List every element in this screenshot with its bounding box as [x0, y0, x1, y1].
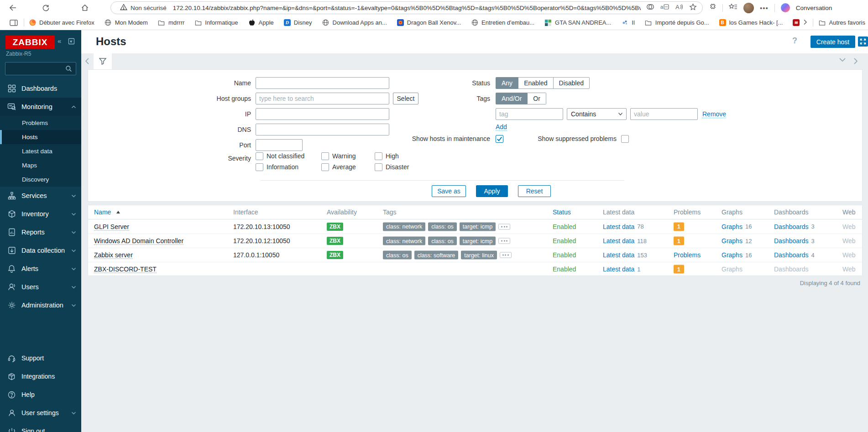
bookmark-item[interactable]: ≋ Les Echos	[793, 19, 803, 26]
graphs-link[interactable]: Graphs	[722, 251, 743, 259]
tag-condition-select[interactable]: Contains	[567, 108, 627, 120]
remove-tag-link[interactable]: Remove	[702, 110, 726, 118]
latest-data-link[interactable]: Latest data	[603, 265, 634, 273]
column-header-name[interactable]: Name	[94, 208, 120, 216]
latest-data-link[interactable]: Latest data	[603, 251, 634, 259]
bookmarks-overflow-chevron[interactable]	[803, 19, 807, 27]
sidebar-item-support[interactable]: Support	[0, 349, 81, 367]
severity-high-checkbox[interactable]	[375, 152, 382, 160]
add-tag-link[interactable]: Add	[496, 123, 507, 131]
show-hosts-in-maintenance-checkbox[interactable]	[496, 135, 503, 143]
bookmark-item[interactable]: Apple	[248, 19, 274, 26]
status-enabled-link[interactable]: Enabled	[553, 237, 576, 245]
severity-information-checkbox[interactable]	[256, 163, 263, 171]
url-text[interactable]: 172.20.10.14/zabbix/zabbix.php?name=&ip=…	[173, 5, 641, 11]
security-label[interactable]: Non sécurisé	[131, 5, 167, 11]
problems-count-badge[interactable]: 1	[674, 222, 684, 231]
sidebar-item-alerts[interactable]: Alerts	[0, 260, 81, 278]
bookmark-item[interactable]: Il	[621, 19, 635, 26]
sidebar-search-input[interactable]	[5, 65, 65, 72]
dashboards-link[interactable]: Dashboards	[774, 223, 809, 230]
name-filter-input[interactable]	[256, 77, 389, 89]
sidebar-subitem-latest-data[interactable]: Latest data	[0, 144, 81, 158]
sidebar-item-integrations[interactable]: Integrations	[0, 367, 81, 385]
sidebar-item-reports[interactable]: Reports	[0, 223, 81, 241]
chevron-left-icon[interactable]	[85, 57, 89, 65]
select-button[interactable]: Select	[393, 93, 418, 104]
host-name-link[interactable]: Windows AD Domain Controller	[94, 237, 183, 245]
create-host-button[interactable]: Create host	[810, 36, 855, 48]
sidebar-item-monitoring[interactable]: Monitoring	[0, 98, 81, 116]
sidebar-item-sign-out[interactable]: Sign out	[0, 422, 81, 432]
severity-average-checkbox[interactable]	[321, 163, 329, 171]
graphs-link[interactable]: Graphs	[722, 223, 743, 230]
column-header-status[interactable]: Status	[553, 208, 571, 216]
problems-count-badge[interactable]: 1	[674, 237, 684, 245]
copilot-label[interactable]: Conversation	[796, 5, 832, 11]
bookmark-item[interactable]: D Disney	[284, 19, 312, 26]
split-screen-icon[interactable]	[646, 3, 654, 13]
translate-icon[interactable]: a	[660, 3, 669, 12]
sidebar-item-services[interactable]: Services	[0, 187, 81, 205]
sidebar-subitem-problems[interactable]: Problems	[0, 116, 81, 130]
sidebar-item-help[interactable]: Help	[0, 385, 81, 404]
status-enabled-button[interactable]: Enabled	[518, 77, 553, 89]
status-enabled-link[interactable]: Enabled	[553, 223, 576, 230]
dns-filter-input[interactable]	[256, 124, 389, 135]
severity-not-classified-checkbox[interactable]	[256, 152, 263, 160]
sidebar-subitem-hosts[interactable]: Hosts	[0, 130, 81, 144]
apply-button[interactable]: Apply	[476, 185, 508, 197]
bookmark-item[interactable]: Importé depuis Go...	[645, 19, 709, 26]
sidebar-item-users[interactable]: Users	[0, 278, 81, 296]
address-bar[interactable]: Non sécurisé 172.20.10.14/zabbix/zabbix.…	[110, 1, 703, 14]
tag-name-input[interactable]	[496, 108, 563, 120]
tags-andor-button[interactable]: And/Or	[496, 93, 528, 104]
save-as-button[interactable]: Save as	[432, 185, 466, 197]
graphs-link[interactable]: Graphs	[722, 237, 743, 245]
status-enabled-link[interactable]: Enabled	[553, 265, 576, 273]
status-enabled-link[interactable]: Enabled	[553, 251, 576, 259]
show-suppressed-problems-checkbox[interactable]	[621, 135, 629, 143]
sidebar-panel-icon[interactable]	[8, 17, 19, 28]
kiosk-mode-icon[interactable]	[858, 36, 868, 47]
sidebar-search[interactable]	[5, 62, 76, 75]
sidebar-expand-icon[interactable]	[68, 38, 75, 47]
tags-or-button[interactable]: Or	[528, 93, 546, 104]
favorites-bar-icon[interactable]	[729, 3, 737, 13]
help-icon[interactable]: ?	[792, 36, 797, 46]
bookmark-item[interactable]: B los Games Hack- [...	[719, 19, 783, 26]
read-aloud-icon[interactable]: A	[675, 3, 683, 12]
sidebar-subitem-maps[interactable]: Maps	[0, 158, 81, 172]
tag-value-input[interactable]	[630, 108, 698, 120]
bookmark-item[interactable]: mdrrrr	[158, 19, 184, 26]
bookmark-item[interactable]: Informatique	[194, 19, 238, 26]
host-name-link[interactable]: GLPI Server	[94, 223, 129, 230]
refresh-icon[interactable]	[40, 2, 51, 13]
sidebar-item-user-settings[interactable]: User settings	[0, 404, 81, 422]
port-filter-input[interactable]	[256, 139, 303, 151]
more-tags-button[interactable]	[500, 252, 512, 258]
bookmark-item[interactable]: Dragon Ball Xenov...	[397, 19, 461, 26]
bookmark-item[interactable]: Entretien d'embau...	[471, 19, 534, 26]
chevron-right-icon[interactable]	[853, 57, 858, 65]
reset-button[interactable]: Reset	[518, 185, 551, 197]
dashboards-link[interactable]: Dashboards	[774, 251, 809, 259]
bookmark-item[interactable]: Débuter avec Firefox	[29, 19, 94, 26]
more-tags-button[interactable]	[498, 224, 510, 229]
problems-link[interactable]: Problems	[674, 251, 701, 259]
sidebar-item-dashboards[interactable]: Dashboards	[0, 79, 81, 98]
bookmark-item[interactable]: Download Apps an...	[322, 19, 387, 26]
severity-warning-checkbox[interactable]	[321, 152, 329, 160]
status-disabled-button[interactable]: Disabled	[554, 77, 590, 89]
other-favorites-folder[interactable]: Autres favoris	[819, 19, 865, 26]
filter-tab[interactable]	[94, 53, 112, 69]
sidebar-collapse-icon[interactable]: «	[58, 37, 61, 45]
ip-filter-input[interactable]	[256, 108, 389, 120]
sidebar-item-inventory[interactable]: Inventory	[0, 205, 81, 223]
copilot-icon[interactable]	[781, 3, 790, 12]
host-name-link[interactable]: Zabbix server	[94, 251, 133, 259]
sidebar-subitem-discovery[interactable]: Discovery	[0, 172, 81, 187]
severity-disaster-checkbox[interactable]	[375, 163, 382, 171]
sidebar-item-data-collection[interactable]: Data collection	[0, 241, 81, 260]
host-groups-input[interactable]	[256, 93, 389, 104]
